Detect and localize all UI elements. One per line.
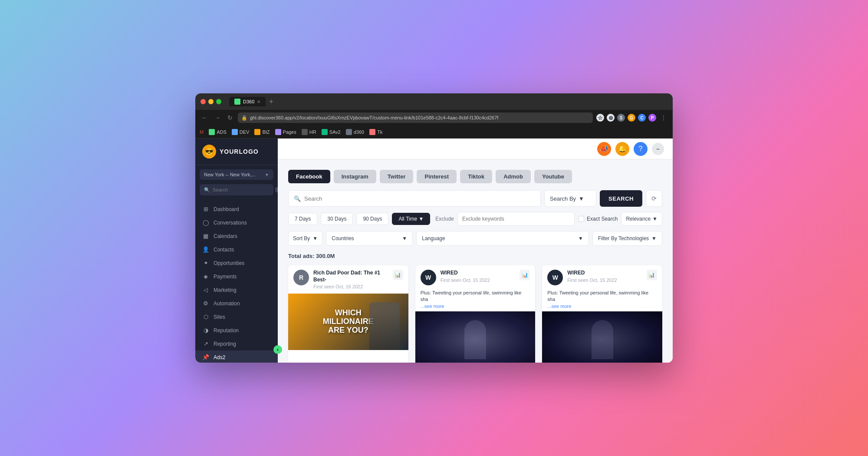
time-filter-30days[interactable]: 30 Days	[321, 213, 353, 225]
new-tab-button[interactable]: +	[269, 98, 273, 106]
browser-window: D360 ✕ + ← → ↻ 🔒 ghl.discover360.app/v2/…	[195, 93, 673, 363]
refresh-button[interactable]: ⟳	[646, 190, 662, 207]
ad-card-2-stats-button[interactable]: 📊	[519, 270, 530, 280]
bookmark-gmail[interactable]: M	[200, 129, 204, 135]
sidebar-item-label-opportunities: Opportunities	[214, 260, 244, 266]
ad-card-3-see-more[interactable]: ...see more	[547, 304, 571, 309]
sidebar-collapse-button[interactable]: ‹	[273, 345, 282, 354]
extensions-icon[interactable]: ⊕	[607, 114, 615, 122]
forward-button[interactable]: →	[213, 113, 222, 122]
ad-card-3-stats-button[interactable]: 📊	[647, 270, 657, 280]
profile-icon-3[interactable]: C	[638, 114, 646, 122]
time-filter-7days[interactable]: 7 Days	[288, 213, 317, 225]
search-input-wrapper: 🔍	[288, 190, 541, 207]
bookmark-dev-label: DEV	[240, 129, 250, 135]
sort-row: Sort By ▼ Countries ▼ Language ▼ Fil	[288, 231, 662, 246]
maximize-button[interactable]	[216, 99, 221, 104]
d360-icon	[346, 129, 352, 135]
time-filter-90days[interactable]: 90 Days	[356, 213, 388, 225]
bookmark-pages[interactable]: Pages	[275, 129, 296, 135]
main-content: 📣 🔔 ? – Facebook Instagram Twitter Pinte…	[278, 139, 673, 363]
platform-tab-instagram[interactable]: Instagram	[334, 170, 376, 183]
sidebar-item-reputation[interactable]: ◑ Reputation	[195, 324, 278, 337]
main-header: 📣 🔔 ? –	[278, 139, 673, 159]
sidebar-item-automation[interactable]: ⚙ Automation	[195, 297, 278, 310]
search-row: 🔍 Search By ▼ SEARCH ⟳	[288, 190, 662, 207]
bookmark-dev[interactable]: DEV	[232, 129, 250, 135]
countries-dropdown[interactable]: Countries ▼	[326, 231, 413, 246]
sidebar-item-payments[interactable]: ◈ Payments	[195, 270, 278, 283]
tab-title: D360	[243, 99, 254, 104]
content-area: Facebook Instagram Twitter Pinterest Tik…	[278, 159, 673, 363]
sidebar-item-contacts[interactable]: 👤 Contacts	[195, 243, 278, 256]
close-button[interactable]	[201, 99, 206, 104]
more-options-button[interactable]: ⋮	[659, 113, 668, 122]
bookmark-icon[interactable]: ☆	[596, 114, 604, 122]
platform-tab-tiktok[interactable]: Tiktok	[460, 170, 492, 183]
sidebar-item-conversations[interactable]: ◯ Conversations	[195, 216, 278, 229]
tab-icon	[234, 99, 240, 105]
platform-tab-pinterest[interactable]: Pinterest	[417, 170, 457, 183]
exclude-keywords-input[interactable]	[457, 212, 575, 226]
sidebar-item-dashboard[interactable]: ⊞ Dashboard	[195, 202, 278, 216]
sidebar-item-label-reporting: Reporting	[214, 341, 236, 347]
bookmark-sav2[interactable]: SAv2	[322, 129, 341, 135]
active-tab[interactable]: D360 ✕	[229, 97, 266, 106]
bookmark-tk[interactable]: Tk	[369, 129, 382, 135]
traffic-lights	[201, 99, 221, 104]
help-button[interactable]: ?	[634, 142, 648, 156]
platform-tab-twitter[interactable]: Twitter	[380, 170, 414, 183]
bookmark-biz[interactable]: BIZ	[254, 129, 270, 135]
search-icon: 🔍	[204, 187, 210, 193]
time-filter-alltime[interactable]: All Time ▼	[392, 213, 430, 225]
profile-icon-4[interactable]: P	[648, 114, 656, 122]
total-ads-count: Total ads: 300.0M	[288, 253, 662, 259]
ad-card-2: W WIRED First seen Oct, 15 2022 📊 Plus: …	[415, 265, 536, 363]
refresh-button[interactable]: ↻	[226, 113, 234, 122]
platform-tab-facebook[interactable]: Facebook	[288, 170, 330, 183]
sidebar-item-reporting[interactable]: ↗ Reporting	[195, 337, 278, 350]
megaphone-button[interactable]: 📣	[597, 142, 611, 156]
search-input[interactable]	[213, 187, 273, 192]
exact-search-checkbox[interactable]	[578, 216, 584, 222]
address-bar[interactable]: 🔒 ghl.discover360.app/v2/location/IxuuGi…	[238, 112, 593, 123]
ad-card-2-body: Plus: Tweeting your personal life, swimm…	[415, 290, 536, 311]
bookmark-ads-label: ADS	[217, 129, 227, 135]
user-avatar[interactable]: –	[652, 143, 664, 155]
back-button[interactable]: ←	[200, 113, 209, 122]
minimize-button[interactable]	[208, 99, 214, 104]
search-input[interactable]	[304, 195, 535, 202]
language-chevron: ▼	[578, 235, 583, 241]
platform-tab-admob[interactable]: Admob	[496, 170, 531, 183]
platform-tab-youtube[interactable]: Youtube	[534, 170, 572, 183]
sidebar-item-sites[interactable]: ⬡ Sites	[195, 310, 278, 324]
filter-tech-dropdown[interactable]: Filter By Technologies ▼	[592, 231, 662, 246]
sidebar-search-bar[interactable]: 🔍 ⌘K +	[200, 184, 273, 195]
location-selector[interactable]: New York -- New York,... ▼	[200, 169, 273, 180]
search-by-dropdown[interactable]: Search By ▼	[544, 190, 596, 207]
tab-close-icon[interactable]: ✕	[257, 99, 260, 104]
profile-icon[interactable]: S	[617, 114, 625, 122]
language-dropdown[interactable]: Language ▼	[416, 231, 589, 246]
dev-icon	[232, 129, 238, 135]
ad-card-2-see-more[interactable]: ...see more	[421, 304, 444, 309]
profile-icon-2[interactable]: G	[628, 114, 635, 122]
bookmark-hr[interactable]: HR	[302, 129, 316, 135]
sidebar-item-opportunities[interactable]: ✦ Opportunities	[195, 256, 278, 270]
ad-card-1-overlay-text: WHICH MILLIONAIRE ARE YOU?	[323, 309, 374, 334]
sort-by-dropdown[interactable]: Sort By ▼	[288, 231, 322, 246]
sidebar-item-calendars[interactable]: ▦ Calendars	[195, 229, 278, 243]
tk-icon	[369, 129, 375, 135]
search-button[interactable]: SEARCH	[600, 190, 642, 207]
relevance-dropdown[interactable]: Relevance ▼	[621, 212, 662, 226]
search-glass-icon: 🔍	[294, 195, 301, 202]
ad-card-2-image	[415, 311, 536, 363]
sidebar-item-label-ads2: Ads2	[214, 354, 225, 360]
sidebar-item-ads2[interactable]: 📌 Ads2	[195, 350, 278, 363]
bookmark-d360[interactable]: d360	[346, 129, 364, 135]
notification-button[interactable]: 🔔	[615, 142, 629, 156]
ad-card-1-stats-button[interactable]: 📊	[393, 270, 403, 280]
bookmark-ads[interactable]: ADS	[209, 129, 227, 135]
bookmark-biz-label: BIZ	[262, 129, 270, 135]
sidebar-item-marketing[interactable]: ◁ Marketing	[195, 283, 278, 297]
